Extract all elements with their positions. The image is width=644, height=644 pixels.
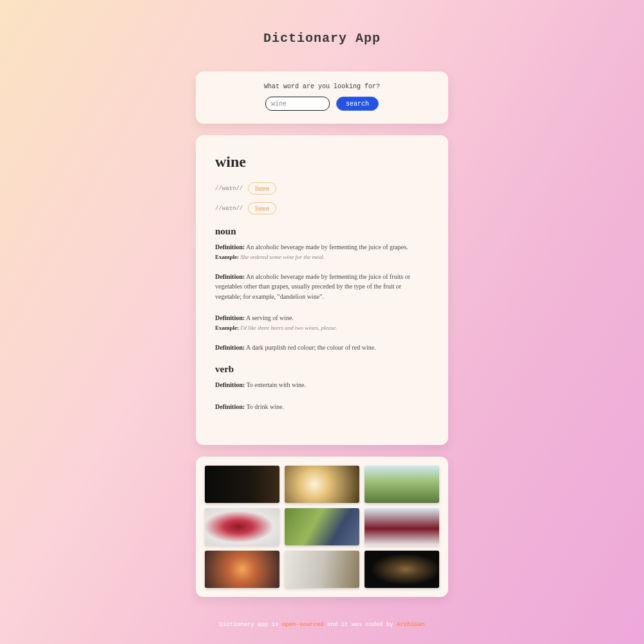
definition-block: Definition: An alcoholic beverage made b…: [215, 272, 429, 302]
photo-thumb[interactable]: [205, 508, 279, 545]
definition-block: Definition: An alcoholic beverage made b…: [215, 242, 429, 260]
definition-label: Definition:: [215, 403, 245, 410]
definition-label: Definition:: [215, 243, 245, 251]
definition-line: Definition: To entertain with wine.: [215, 380, 429, 390]
photo-thumb[interactable]: [285, 508, 359, 545]
definition-text: An alcoholic beverage made by fermenting…: [246, 243, 408, 251]
search-input[interactable]: [265, 97, 330, 111]
search-row: search: [209, 97, 435, 111]
example-label: Example:: [215, 325, 239, 331]
phonetic-row: //waɪn// listen: [215, 182, 429, 194]
author-link[interactable]: ArchiGan: [397, 621, 424, 628]
definition-text: An alcoholic beverage made by fermenting…: [215, 273, 410, 300]
open-source-link[interactable]: open-sourced: [282, 621, 324, 628]
phonetic-text: //waɪn//: [215, 185, 243, 192]
definition-label: Definition:: [215, 314, 245, 321]
definition-block: Definition: To drink wine.: [215, 402, 429, 412]
definition-block: Definition: A serving of wine. Example: …: [215, 313, 429, 331]
photo-thumb[interactable]: [365, 551, 439, 588]
footer-mid: and it was coded by: [324, 621, 397, 628]
photo-thumb[interactable]: [205, 551, 279, 588]
app-title: Dictionary App: [263, 31, 381, 46]
photo-thumb[interactable]: [365, 508, 439, 545]
definition-text: To entertain with wine.: [246, 381, 306, 388]
definition-line: Definition: A serving of wine.: [215, 313, 429, 323]
definition-text: To drink wine.: [246, 403, 283, 410]
phonetic-text: //waɪn//: [215, 205, 243, 212]
phonetic-row: //waɪn// listen: [215, 202, 429, 214]
photo-thumb[interactable]: [205, 466, 279, 503]
listen-button[interactable]: listen: [248, 202, 276, 214]
search-button[interactable]: search: [336, 97, 379, 111]
definition-line: Definition: To drink wine.: [215, 402, 429, 412]
example-label: Example:: [215, 254, 239, 260]
part-of-speech: verb: [215, 364, 429, 375]
definition-block: Definition: A dark purplish red colour; …: [215, 343, 429, 353]
definition-text: A dark purplish red colour; the colour o…: [246, 344, 376, 351]
example-line: Example: I'd like three beers and two wi…: [215, 325, 429, 331]
photo-grid: [205, 466, 439, 588]
footer-text: Dictionary app is open-sourced and it wa…: [220, 621, 425, 628]
part-of-speech: noun: [215, 226, 429, 237]
definition-line: Definition: An alcoholic beverage made b…: [215, 242, 429, 252]
definition-line: Definition: A dark purplish red colour; …: [215, 343, 429, 353]
result-word: wine: [215, 153, 429, 171]
photo-thumb[interactable]: [285, 466, 359, 503]
photos-card: [196, 457, 448, 597]
example-text: She ordered some wine for the meal.: [240, 254, 325, 260]
example-text: I'd like three beers and two wines, plea…: [240, 325, 337, 331]
photo-thumb[interactable]: [285, 551, 359, 588]
photo-thumb[interactable]: [365, 466, 439, 503]
example-line: Example: She ordered some wine for the m…: [215, 254, 429, 260]
results-card: wine //waɪn// listen //waɪn// listen nou…: [196, 135, 448, 445]
footer-pre: Dictionary app is: [220, 621, 282, 628]
search-card: What word are you looking for? search: [196, 71, 448, 124]
definition-label: Definition:: [215, 273, 245, 280]
definition-block: Definition: To entertain with wine.: [215, 380, 429, 390]
definition-line: Definition: An alcoholic beverage made b…: [215, 272, 429, 302]
search-prompt: What word are you looking for?: [209, 83, 435, 90]
definition-text: A serving of wine.: [246, 314, 294, 321]
listen-button[interactable]: listen: [248, 182, 276, 194]
definition-label: Definition:: [215, 381, 245, 388]
definition-label: Definition:: [215, 344, 245, 351]
